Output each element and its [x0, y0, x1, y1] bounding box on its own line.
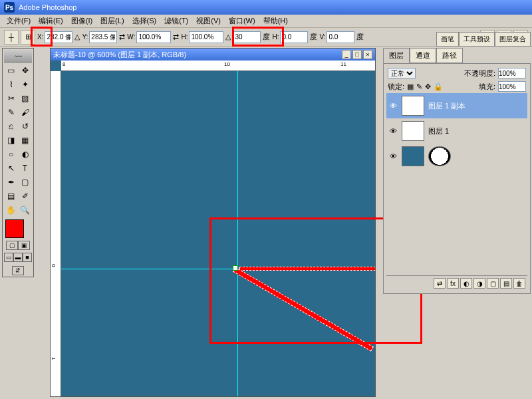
toolbox: 〰 ▭✥ ⌇✦ ✂▨ ✎🖌 ⎌↺ ◨▦ ○◐ ↖T ✒▢ ▤✐ ✋🔍 ▢▣ ▭▬…	[2, 48, 34, 277]
brush-tool[interactable]: 🖌	[18, 105, 32, 119]
tab-brush[interactable]: 画笔	[436, 32, 459, 47]
eraser-tool[interactable]: ◨	[4, 133, 18, 147]
wand-tool[interactable]: ✦	[18, 77, 32, 91]
layer-thumb-0	[402, 96, 424, 116]
annotation-box-1	[31, 27, 53, 47]
menu-layer[interactable]: 图层(L)	[96, 15, 128, 27]
marquee-tool[interactable]: ▭	[4, 63, 18, 77]
link2-icon[interactable]: ⇄	[173, 33, 179, 41]
blur-tool[interactable]: ○	[4, 147, 18, 161]
adjustment-button[interactable]: ◑	[473, 278, 485, 289]
lock-trans-icon[interactable]: ▦	[407, 82, 414, 91]
transform-ref-icon[interactable]: ┼	[4, 30, 19, 45]
folder-button[interactable]: ▢	[487, 278, 499, 289]
eyedropper-tool[interactable]: ✐	[18, 189, 32, 203]
zoom-tool[interactable]: 🔍	[18, 203, 32, 217]
lock-all-icon[interactable]: 🔒	[434, 82, 443, 91]
document-title: 未标题-10 @ 600% (图层 1 副本, RGB/8)	[53, 50, 186, 60]
titlebar: Ps Adobe Photoshop	[0, 0, 532, 15]
visibility-icon[interactable]: 👁	[388, 152, 398, 161]
blend-mode-select[interactable]: 正常	[388, 68, 416, 78]
screen-standard[interactable]: ▭	[4, 253, 13, 262]
visibility-icon[interactable]: 👁	[388, 101, 398, 110]
doc-close-button[interactable]: ×	[363, 50, 372, 59]
tab-channels[interactable]: 通道	[410, 48, 436, 63]
menubar: 文件(F) 编辑(E) 图像(I) 图层(L) 选择(S) 滤镜(T) 视图(V…	[0, 15, 532, 28]
menu-filter[interactable]: 滤镜(T)	[160, 15, 192, 27]
doc-min-button[interactable]: _	[342, 50, 351, 59]
history-tool[interactable]: ↺	[18, 119, 32, 133]
ruler-h-10: 10	[224, 61, 230, 67]
delta-icon: △	[74, 33, 80, 41]
menu-select[interactable]: 选择(S)	[128, 15, 161, 27]
path-tool[interactable]: ↖	[4, 161, 18, 175]
ruler-h-8: 8	[63, 61, 65, 67]
toolbox-feather-icon: 〰	[4, 50, 32, 63]
pen-tool[interactable]: ✒	[4, 175, 18, 189]
notes-tool[interactable]: ▤	[4, 189, 18, 203]
ruler-h-11: 11	[340, 61, 346, 67]
ruler-vertical: 0 1	[51, 71, 61, 396]
lock-paint-icon[interactable]: ✎	[416, 82, 422, 91]
fx-button[interactable]: fx	[447, 278, 459, 289]
skew-v-label: V:	[319, 33, 325, 41]
shape-tool[interactable]: ▢	[18, 175, 32, 189]
skew-v-unit: 度	[356, 32, 364, 42]
screen-full-menu[interactable]: ▬	[13, 253, 23, 262]
h-input[interactable]	[189, 31, 223, 43]
stamp-tool[interactable]: ⎌	[4, 119, 18, 133]
mask-button[interactable]: ◐	[460, 278, 472, 289]
opacity-label: 不透明度:	[464, 68, 495, 78]
menu-image[interactable]: 图像(I)	[67, 15, 96, 27]
ruler-v-0: 0	[51, 264, 57, 267]
quickmask-off[interactable]: ▢	[6, 241, 18, 250]
dodge-tool[interactable]: ◐	[18, 147, 32, 161]
slice-tool[interactable]: ▨	[18, 91, 32, 105]
layer-row-2[interactable]: 👁	[386, 144, 527, 169]
type-tool[interactable]: T	[18, 161, 32, 175]
preset-tabs: 画笔 工具预设 图层复合	[436, 32, 531, 47]
layer-mask-2	[428, 146, 451, 166]
lasso-tool[interactable]: ⌇	[4, 77, 18, 91]
tab-layer-comp[interactable]: 图层复合	[495, 32, 531, 47]
tab-paths[interactable]: 路径	[436, 48, 463, 63]
lock-move-icon[interactable]: ✥	[425, 82, 431, 91]
app-title: Adobe Photoshop	[19, 3, 76, 11]
screen-full[interactable]: ■	[23, 253, 32, 262]
doc-max-button[interactable]: □	[352, 50, 362, 59]
new-layer-button[interactable]: ▤	[500, 278, 512, 289]
move-tool[interactable]: ✥	[18, 63, 32, 77]
tab-tool-preset[interactable]: 工具预设	[459, 32, 495, 47]
skew-h-input[interactable]	[280, 31, 308, 43]
layer-row-1[interactable]: 👁 图层 1	[386, 118, 527, 144]
layer-name-1: 图层 1	[428, 126, 449, 136]
link-icon[interactable]: ⇄	[119, 33, 125, 41]
fill-input[interactable]	[498, 81, 526, 92]
menu-help[interactable]: 帮助(H)	[259, 15, 292, 27]
quickmask-on[interactable]: ▣	[18, 241, 30, 250]
menu-edit[interactable]: 编辑(E)	[35, 15, 67, 27]
delete-layer-button[interactable]: 🗑	[513, 278, 525, 289]
skew-h-unit: 度	[310, 32, 317, 42]
skew-v-input[interactable]	[327, 31, 354, 43]
visibility-icon[interactable]: 👁	[388, 126, 398, 136]
gradient-tool[interactable]: ▦	[18, 133, 32, 147]
menu-window[interactable]: 窗口(W)	[225, 15, 259, 27]
lock-label: 锁定:	[388, 82, 404, 92]
hand-tool[interactable]: ✋	[4, 203, 18, 217]
menu-view[interactable]: 视图(V)	[192, 15, 225, 27]
foreground-color[interactable]	[5, 219, 24, 238]
crop-tool[interactable]: ✂	[4, 91, 18, 105]
layer-row-0[interactable]: 👁 图层 1 副本	[386, 93, 527, 118]
tab-layers[interactable]: 图层	[383, 48, 410, 63]
link-layer-button[interactable]: ⇄	[434, 278, 446, 289]
angle-icon: △	[225, 33, 231, 41]
fill-label: 填充:	[479, 82, 495, 92]
h-label: H:	[181, 33, 188, 41]
w-input[interactable]	[136, 31, 171, 43]
menu-file[interactable]: 文件(F)	[3, 15, 35, 27]
heal-tool[interactable]: ✎	[4, 105, 18, 119]
opacity-input[interactable]	[498, 68, 526, 78]
jump-imageready[interactable]: ⇵	[12, 266, 24, 275]
y-input[interactable]	[89, 31, 117, 43]
